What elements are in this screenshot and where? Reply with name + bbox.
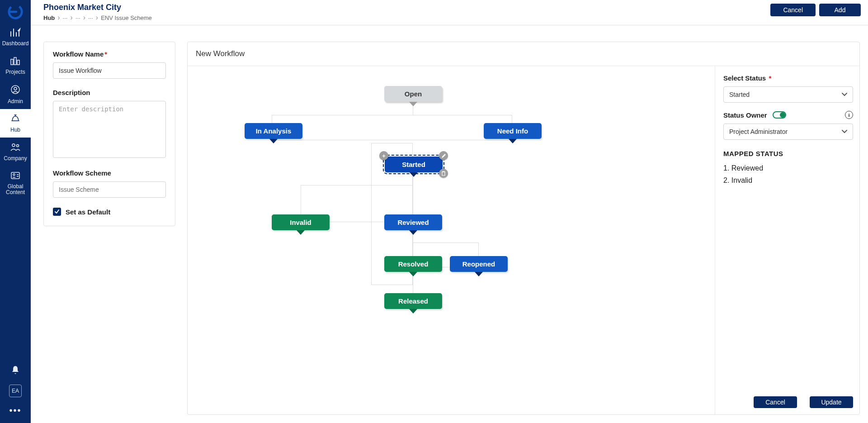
node-arrow-icon: [409, 102, 417, 106]
node-arrow-icon: [409, 230, 417, 235]
node-arrow-icon: [410, 172, 418, 177]
svg-rect-9: [11, 172, 19, 179]
avatar-initials: EA: [12, 388, 19, 394]
node-arrow-icon: [509, 139, 517, 143]
status-panel: Select Status * Started Status Owner: [715, 66, 859, 414]
node-arrow-icon: [269, 139, 278, 143]
status-owner-dropdown[interactable]: Project Administrator: [723, 124, 853, 140]
header-actions: Cancel Add: [770, 3, 861, 16]
node-started[interactable]: Started +: [385, 157, 443, 172]
mapped-status-item: Reviewed: [723, 162, 853, 174]
global-content-icon: [10, 171, 21, 182]
svg-point-8: [17, 145, 19, 147]
content: Workflow Name* Description Workflow Sche…: [31, 25, 868, 423]
workflow-name-label: Workflow Name*: [53, 50, 166, 58]
app-logo[interactable]: [6, 3, 24, 21]
form-panel: Workflow Name* Description Workflow Sche…: [43, 42, 175, 226]
page-title: Phoenix Market City: [43, 3, 152, 12]
workflow-name-input[interactable]: [53, 62, 166, 79]
add-connection-icon[interactable]: +: [379, 151, 388, 160]
mapped-status-item: Invalid: [723, 174, 853, 186]
workflow-scheme-label: Workflow Scheme: [53, 169, 166, 177]
node-arrow-icon: [475, 272, 483, 276]
svg-rect-3: [14, 57, 16, 65]
notifications-icon[interactable]: [11, 365, 20, 376]
node-arrow-icon: [409, 309, 417, 314]
logo-icon: [7, 3, 24, 20]
breadcrumb: Hub › ··· › ··· › ··· › ENV Issue Scheme: [43, 14, 152, 21]
info-icon[interactable]: i: [845, 111, 853, 119]
node-resolved[interactable]: Resolved: [384, 256, 442, 272]
sidebar-label: Projects: [5, 69, 25, 75]
panel-update-button[interactable]: Update: [810, 396, 853, 408]
sidebar-item-company[interactable]: Company: [0, 138, 31, 166]
add-button[interactable]: Add: [819, 4, 861, 16]
set-default-label: Set as Default: [66, 208, 110, 216]
breadcrumb-leaf: ENV Issue Scheme: [101, 14, 152, 21]
sidebar-item-hub[interactable]: Hub: [0, 109, 31, 138]
breadcrumb-root[interactable]: Hub: [43, 14, 55, 21]
node-need-info[interactable]: Need Info: [484, 123, 542, 139]
sidebar-item-admin[interactable]: Admin: [0, 80, 31, 109]
breadcrumb-ellipsis[interactable]: ···: [75, 14, 80, 21]
sidebar-label: Hub: [10, 127, 20, 133]
svg-point-6: [14, 87, 17, 90]
admin-icon: [10, 84, 21, 96]
set-default-checkbox[interactable]: Set as Default: [53, 208, 166, 216]
checkbox-checked-icon: [53, 208, 61, 216]
projects-icon: [9, 56, 21, 67]
edit-icon[interactable]: [439, 151, 448, 160]
chevron-right-icon: ›: [83, 14, 85, 21]
company-icon: [9, 142, 21, 153]
sidebar: Dashboard Projects Admin Hub Company: [0, 0, 31, 423]
breadcrumb-ellipsis[interactable]: ···: [63, 14, 68, 21]
svg-point-10: [13, 174, 15, 176]
user-avatar[interactable]: EA: [9, 385, 22, 397]
sidebar-label: Dashboard: [2, 40, 29, 47]
cancel-button[interactable]: Cancel: [770, 4, 816, 16]
status-owner-toggle[interactable]: [773, 111, 786, 119]
chevron-right-icon: ›: [57, 14, 60, 21]
delete-icon[interactable]: [439, 169, 448, 178]
node-reopened[interactable]: Reopened: [450, 256, 508, 272]
node-released[interactable]: Released: [384, 293, 442, 309]
select-status-dropdown[interactable]: Started: [723, 86, 853, 103]
description-label: Description: [53, 89, 166, 96]
svg-rect-2: [11, 59, 13, 65]
panel-cancel-button[interactable]: Cancel: [754, 396, 797, 408]
chevron-right-icon: ›: [70, 14, 72, 21]
sidebar-item-dashboard[interactable]: Dashboard: [0, 23, 31, 51]
svg-rect-4: [17, 60, 19, 65]
dashboard-icon: [9, 27, 21, 38]
breadcrumb-ellipsis[interactable]: ···: [88, 14, 93, 21]
workflow-scheme-input[interactable]: [53, 181, 166, 198]
node-open[interactable]: Open: [384, 86, 442, 102]
node-arrow-icon: [409, 272, 417, 276]
chevron-right-icon: ›: [96, 14, 98, 21]
node-invalid[interactable]: Invalid: [272, 214, 330, 230]
mapped-status-title: MAPPED STATUS: [723, 150, 853, 157]
sidebar-bottom: EA •••: [0, 365, 31, 423]
sidebar-item-projects[interactable]: Projects: [0, 51, 31, 80]
select-status-label: Select Status *: [723, 74, 853, 82]
node-in-analysis[interactable]: In Analysis: [245, 123, 302, 139]
mapped-status-list: Reviewed Invalid: [723, 162, 853, 186]
node-reviewed[interactable]: Reviewed: [384, 214, 442, 230]
status-panel-footer: Cancel Update: [723, 390, 853, 408]
svg-point-7: [12, 144, 15, 147]
sidebar-item-global-content[interactable]: Global Content: [0, 166, 31, 200]
status-owner-label: Status Owner: [723, 111, 767, 119]
node-arrow-icon: [297, 230, 305, 235]
hub-icon: [10, 114, 21, 125]
main: Phoenix Market City Hub › ··· › ··· › ··…: [31, 0, 868, 423]
description-input[interactable]: [53, 101, 166, 158]
workflow-diagram[interactable]: Open In Analysis Need Info Started: [188, 66, 715, 414]
more-icon[interactable]: •••: [9, 405, 21, 416]
connector-line: [272, 115, 512, 140]
canvas-title: New Workflow: [188, 42, 859, 66]
sidebar-label: Company: [4, 155, 27, 162]
page-header: Phoenix Market City Hub › ··· › ··· › ··…: [31, 0, 868, 25]
sidebar-label: Admin: [8, 98, 23, 105]
sidebar-label: Global Content: [0, 184, 31, 195]
canvas-panel: New Workflow Open In An: [187, 42, 860, 415]
